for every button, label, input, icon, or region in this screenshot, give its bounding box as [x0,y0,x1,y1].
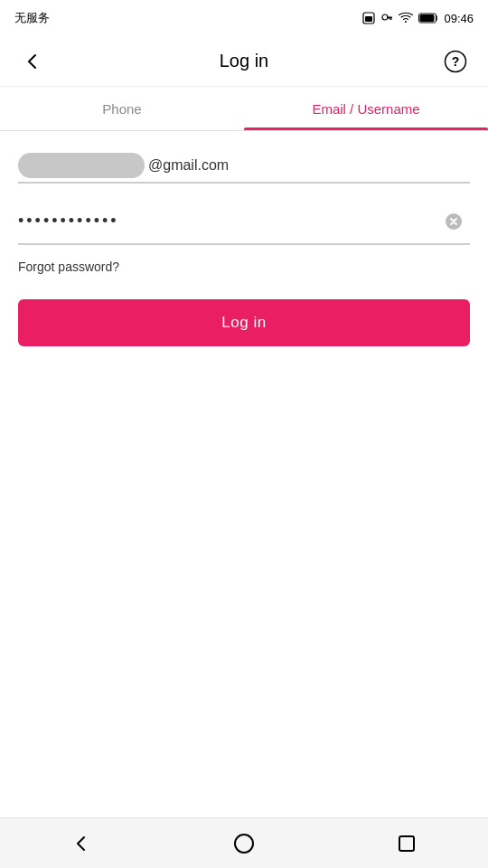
password-input[interactable] [18,198,470,245]
email-underline [18,182,470,184]
key-icon [380,12,393,24]
login-button[interactable]: Log in [18,299,470,346]
svg-point-11 [235,835,253,853]
wifi-icon [399,12,413,24]
forgot-password-link[interactable]: Forgot password? [18,259,470,274]
svg-rect-5 [389,18,390,20]
time-display: 09:46 [444,12,474,25]
nav-recent-icon [396,833,418,854]
status-bar: 无服务 09:46 [0,0,488,36]
email-redact-blob [18,153,145,178]
password-wrapper [18,198,470,245]
clear-password-button[interactable] [437,205,470,238]
sim-icon [362,12,375,24]
svg-rect-3 [387,17,392,19]
tab-phone[interactable]: Phone [0,87,244,130]
help-circle-icon: ? [444,50,467,73]
svg-rect-4 [390,18,392,20]
svg-rect-12 [399,836,414,851]
bottom-nav [0,817,488,868]
page-title: Log in [51,51,437,71]
clear-icon [445,212,463,231]
help-button[interactable]: ? [437,43,474,80]
battery-icon [418,13,438,24]
nav-home-icon [233,833,255,854]
email-input-group: @gmail.com [18,153,470,184]
header: Log in ? [0,36,488,87]
back-button[interactable] [14,43,51,80]
email-redacted-display: @gmail.com [18,153,470,178]
nav-recent-button[interactable] [380,826,434,862]
password-input-group [18,198,470,245]
email-suffix: @gmail.com [148,157,229,174]
carrier-text: 无服务 [14,10,50,26]
svg-rect-1 [365,16,372,22]
nav-back-button[interactable] [54,826,108,862]
back-arrow-icon [22,51,43,72]
nav-back-icon [70,833,92,854]
svg-text:?: ? [452,54,460,69]
svg-rect-7 [420,14,435,22]
login-tabs: Phone Email / Username [0,87,488,131]
login-form: @gmail.com Forgot password? Log in [0,131,488,361]
status-icons: 09:46 [362,12,474,25]
tab-email-username[interactable]: Email / Username [244,87,488,130]
nav-home-button[interactable] [217,826,271,862]
